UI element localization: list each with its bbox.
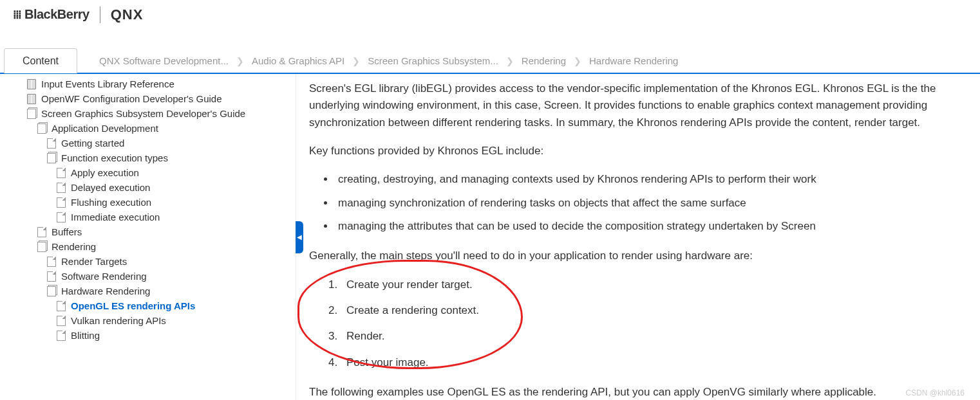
- steps-list: Create your render target. Create a rend…: [328, 277, 980, 371]
- tree-item[interactable]: Render Targets: [0, 254, 296, 269]
- page-stack-icon: [37, 123, 46, 134]
- tree-item[interactable]: Input Events Library Reference: [0, 77, 296, 91]
- tree-item-label: OpenGL ES rendering APIs: [71, 300, 195, 311]
- tree-item[interactable]: Software Rendering: [0, 269, 296, 284]
- crumb-3[interactable]: Rendering: [519, 55, 569, 66]
- breadcrumb: QNX Software Development... ❯ Audio & Gr…: [97, 55, 681, 73]
- page-icon: [47, 257, 56, 267]
- page-stack-icon: [37, 242, 46, 252]
- page-icon: [57, 331, 66, 341]
- brand-blackberry: BlackBerry: [24, 7, 90, 22]
- chevron-right-icon: ❯: [347, 56, 365, 66]
- tree-item[interactable]: Buffers: [0, 224, 296, 239]
- tree-item[interactable]: Hardware Rendering: [0, 284, 296, 298]
- tree-item[interactable]: Getting started: [0, 136, 296, 150]
- tree-item[interactable]: Flushing execution: [0, 195, 296, 210]
- tree-item-label: Blitting: [71, 330, 100, 341]
- page-stack-icon: [47, 286, 56, 296]
- tree-item-label: Application Development: [52, 123, 158, 134]
- tree-item-label: Apply execution: [71, 167, 139, 178]
- tree-item-label: Function execution types: [61, 152, 168, 163]
- watermark: CSDN @khl0616: [905, 388, 965, 397]
- book-icon: [27, 79, 36, 89]
- page-icon: [57, 301, 66, 311]
- page-icon: [57, 183, 66, 193]
- page-icon: [47, 271, 56, 282]
- tree-item-label: Software Rendering: [61, 271, 147, 282]
- chevron-right-icon: ❯: [569, 56, 587, 66]
- step-item: Render.: [328, 328, 980, 345]
- crumb-4[interactable]: Hardware Rendering: [587, 55, 681, 66]
- page-icon: [57, 212, 66, 223]
- page-icon: [47, 138, 56, 149]
- paragraph-key-functions: Key functions provided by Khronos EGL in…: [309, 143, 980, 159]
- bullet-item: managing the attributes that can be used…: [335, 218, 980, 235]
- tree-item-label: Vulkan rendering APIs: [71, 315, 166, 326]
- crumb-1[interactable]: Audio & Graphics API: [249, 55, 347, 66]
- brand-logo: ⁞⁞⁞ BlackBerry QNX: [13, 6, 143, 23]
- step-item: Create a rendering context.: [328, 302, 980, 319]
- chevron-right-icon: ❯: [231, 56, 249, 66]
- main: Input Events Library ReferenceOpenWF Con…: [0, 74, 980, 400]
- chevron-right-icon: ❯: [501, 56, 519, 66]
- bullet-list: creating, destroying, and managing conte…: [335, 171, 980, 235]
- tree-item[interactable]: Delayed execution: [0, 180, 296, 195]
- tree-item[interactable]: OpenWF Configuration Developer's Guide: [0, 91, 296, 106]
- page-icon: [57, 197, 66, 208]
- tree-item-label: Screen Graphics Subsystem Developer's Gu…: [41, 108, 245, 119]
- page-stack-icon: [47, 153, 56, 163]
- tree-item-label: Buffers: [52, 226, 82, 237]
- page-icon: [57, 316, 66, 326]
- tree-item-label: Immediate execution: [71, 212, 160, 223]
- crumb-2[interactable]: Screen Graphics Subsystem...: [365, 55, 501, 66]
- bullet-item: creating, destroying, and managing conte…: [335, 171, 980, 188]
- tree-item-label: Render Targets: [61, 256, 127, 267]
- bullet-item: managing synchronization of rendering ta…: [335, 195, 980, 212]
- paragraph-steps-intro: Generally, the main steps you'll need to…: [309, 248, 980, 264]
- page-stack-icon: [27, 109, 36, 119]
- tree-item[interactable]: Screen Graphics Subsystem Developer's Gu…: [0, 106, 296, 121]
- tree-item-label: Flushing execution: [71, 197, 151, 208]
- tree-item[interactable]: OpenGL ES rendering APIs: [0, 298, 296, 313]
- paragraph-examples-note: The following examples use OpenGL ES as …: [309, 384, 980, 400]
- blackberry-dots-icon: ⁞⁞⁞: [13, 8, 21, 22]
- tree-item-label: Rendering: [52, 241, 96, 252]
- tree-item-label: Getting started: [61, 138, 124, 149]
- collapse-handle[interactable]: ◀: [296, 221, 303, 253]
- page-icon: [37, 227, 46, 237]
- tree-item[interactable]: Vulkan rendering APIs: [0, 313, 296, 328]
- tree-item[interactable]: Immediate execution: [0, 210, 296, 224]
- tree-item[interactable]: Blitting: [0, 328, 296, 343]
- tab-content[interactable]: Content: [4, 48, 77, 73]
- step-item: Create your render target.: [328, 277, 980, 293]
- tree-item-label: Hardware Rendering: [61, 286, 150, 296]
- content-pane: Screen's EGL library (libEGL) provides a…: [296, 74, 980, 400]
- page-icon: [57, 168, 66, 178]
- sidebar[interactable]: Input Events Library ReferenceOpenWF Con…: [0, 74, 296, 400]
- paragraph-intro: Screen's EGL library (libEGL) provides a…: [309, 80, 980, 131]
- tree-item-label: Delayed execution: [71, 182, 150, 193]
- tree-item-label: OpenWF Configuration Developer's Guide: [41, 93, 222, 104]
- crumb-0[interactable]: QNX Software Development...: [97, 55, 231, 66]
- navbar: Content QNX Software Development... ❯ Au…: [0, 45, 980, 74]
- brand-qnx: QNX: [111, 6, 144, 23]
- tree-item-label: Input Events Library Reference: [41, 78, 174, 89]
- book-icon: [27, 94, 36, 104]
- logo-divider: [100, 6, 100, 23]
- tree-item[interactable]: Function execution types: [0, 150, 296, 165]
- header: ⁞⁞⁞ BlackBerry QNX: [0, 0, 980, 29]
- step-item: Post your image.: [328, 354, 980, 371]
- tree-item[interactable]: Rendering: [0, 239, 296, 254]
- tree-item[interactable]: Application Development: [0, 121, 296, 136]
- tree-item[interactable]: Apply execution: [0, 165, 296, 180]
